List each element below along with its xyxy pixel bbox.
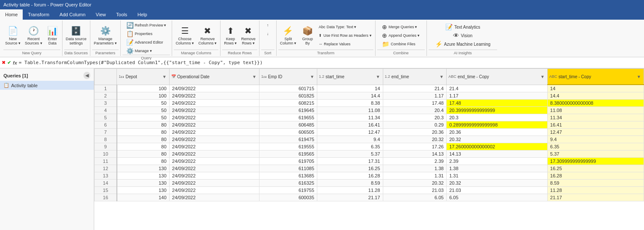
start-time-copy-col-label: start_time - Copy [558, 74, 591, 79]
azure-ml-icon: ⚡ [435, 41, 442, 47]
vision-item[interactable]: 👁 Vision [452, 32, 473, 39]
col-end-time-header[interactable]: 1.2 end_time ▼ [383, 69, 447, 85]
sidebar-collapse-button[interactable]: ◀ [83, 72, 90, 79]
group-by-button[interactable]: 📦 GroupBy [300, 23, 315, 48]
replace-values-button[interactable]: ↔ Replace Values [317, 40, 373, 48]
col-start-time-copy-header[interactable]: ABC start_time - Copy ▼ [547, 69, 644, 85]
choose-columns-button[interactable]: ☰ ChooseColumns ▾ [174, 23, 196, 48]
merge-queries-button[interactable]: ⊕ Merge Queries ▾ [380, 23, 419, 31]
split-column-button[interactable]: ⚡ SplitColumn ▾ [278, 23, 298, 48]
keep-rows-label: KeepRows ▾ [224, 37, 237, 45]
text-analytics-label: Text Analytics [454, 25, 480, 29]
table-row: 108024/09/20226195655.3714.1314.135.37 [95, 150, 644, 158]
col-depot-header[interactable]: 1₂₃ Depot ▼ [117, 69, 170, 85]
tab-home[interactable]: Home [0, 9, 23, 20]
manage-parameters-button[interactable]: ⚙️ ManageParameters ▾ [92, 23, 119, 48]
cell-emp-id: 601825 [259, 92, 317, 100]
cell-emp-id: 601715 [259, 85, 317, 92]
col-start-time-header[interactable]: 1.2 start_time ▼ [317, 69, 383, 85]
col-end-time-copy-header[interactable]: ABC end_time - Copy ▼ [447, 69, 548, 85]
properties-button[interactable]: 📋 Properties [125, 30, 154, 38]
tab-add-column[interactable]: Add Column [54, 9, 91, 20]
tab-transform[interactable]: Transform [23, 9, 54, 20]
manage-button[interactable]: ⚙️ Manage ▾ [125, 47, 154, 55]
cell-end-time: 17.26 [383, 143, 447, 150]
table-row: 1413024/09/20226163258.5920.3220.328.59 [95, 180, 644, 187]
data-area[interactable]: 1₂₃ Depot ▼ 📅 Operational Date [94, 68, 644, 230]
table-row: 210024/09/202260182514.41.171.1714.4 [95, 92, 644, 100]
table-row: 78024/09/202260650512.4720.3620.3612.47 [95, 129, 644, 136]
manage-icon: ⚙️ [126, 47, 134, 54]
data-sources-buttons: 🗄️ Data sourcesettings [64, 21, 89, 50]
data-source-settings-button[interactable]: 🗄️ Data sourcesettings [64, 23, 89, 48]
cell-date: 24/09/2022 [169, 121, 259, 129]
confirm-formula-icon[interactable]: ✔ [7, 60, 11, 65]
first-row-icon: ⬆ [319, 33, 322, 38]
cancel-formula-icon[interactable]: ✖ [2, 60, 6, 65]
remove-rows-button[interactable]: ✖ RemoveRows ▾ [239, 23, 257, 48]
data-type-button[interactable]: Abc Data Type: Text ▾ [317, 23, 373, 31]
cell-start-time-copy: 11.08 [547, 107, 644, 114]
first-row-headers-button[interactable]: ⬆ Use First Row as Headers ▾ [317, 32, 373, 39]
remove-columns-button[interactable]: ✖ RemoveColumns ▾ [197, 23, 218, 48]
recent-sources-icon: 🕐 [28, 26, 39, 36]
formula-input[interactable] [19, 60, 642, 65]
start-time-copy-filter[interactable]: ▼ [636, 74, 642, 80]
sort-asc-button[interactable]: ↑ [265, 21, 271, 29]
group-by-icon: 📦 [302, 26, 313, 36]
advanced-editor-label: Advanced Editor [135, 40, 163, 44]
start-time-filter[interactable]: ▼ [375, 74, 381, 80]
col-date-header[interactable]: 📅 Operational Date ▼ [169, 69, 259, 85]
recent-sources-button[interactable]: 🕐 RecentSources ▾ [23, 23, 44, 48]
cell-emp-id: 619755 [259, 187, 317, 194]
properties-icon: 📋 [126, 30, 134, 37]
append-label: Append Queries ▾ [388, 33, 420, 38]
cell-start-time: 11.08 [317, 107, 383, 114]
vision-label: Vision [461, 33, 472, 38]
cell-start-time-copy: 11.34 [547, 114, 644, 121]
cell-depot: 100 [117, 92, 170, 100]
tab-help[interactable]: Help [132, 9, 152, 20]
date-filter[interactable]: ▼ [251, 74, 257, 80]
cell-emp-id: 619645 [259, 107, 317, 114]
cell-start-time-copy: 14 [547, 85, 644, 92]
tab-tools[interactable]: Tools [111, 9, 132, 20]
formula-bar: ✖ ✔ fx [0, 57, 644, 68]
append-queries-button[interactable]: ⊕ Append Queries ▾ [380, 32, 421, 39]
end-time-copy-col-label: end_time - Copy [458, 74, 489, 79]
manage-parameters-label: ManageParameters ▾ [94, 37, 117, 45]
cell-depot: 80 [117, 150, 170, 158]
tab-view[interactable]: View [91, 9, 111, 20]
cell-depot: 80 [117, 158, 170, 165]
cell-start-time-copy: 12.47 [547, 129, 644, 136]
cell-row-num: 8 [95, 136, 117, 143]
cell-end-time: 21.03 [383, 187, 447, 194]
refresh-icon: 🔄 [126, 22, 134, 29]
enter-data-button[interactable]: 📊 EnterData [45, 23, 60, 48]
azure-ml-item[interactable]: ⚡ Azure Machine Learning [434, 40, 491, 48]
sidebar-item-activity-table[interactable]: 📋 Activity table [0, 81, 94, 90]
table-row: 45024/09/202261964511.0820.420.399999999… [95, 107, 644, 114]
new-query-label: New Query [3, 50, 60, 55]
advanced-editor-button[interactable]: 📝 Advanced Editor [125, 38, 165, 46]
col-empid-header[interactable]: 1₂₃ Emp ID ▼ [259, 69, 317, 85]
keep-rows-button[interactable]: ⬆ KeepRows ▾ [222, 23, 239, 48]
cell-start-time-copy: 21.17 [547, 194, 644, 201]
sort-desc-button[interactable]: ↓ [265, 30, 271, 38]
combine-files-button[interactable]: 📁 Combine Files [380, 40, 417, 48]
end-time-copy-filter[interactable]: ▼ [540, 74, 546, 80]
ribbon-group-query: 🔄 Refresh Preview ▾ 📋 Properties 📝 Advan… [121, 21, 172, 56]
table-row: 98024/09/20226195556.3517.2617.260000000… [95, 143, 644, 150]
cell-start-time-copy: 17.309999999999999 [547, 158, 644, 165]
depot-filter[interactable]: ▼ [161, 74, 167, 80]
merge-label: Merge Queries ▾ [388, 25, 417, 29]
table-row: 68024/09/202260648516.410.290.2899999999… [95, 121, 644, 129]
empid-filter[interactable]: ▼ [309, 74, 315, 80]
cell-start-time: 6.35 [317, 143, 383, 150]
text-analytics-item[interactable]: 📝 Text Analytics [444, 23, 481, 31]
new-source-button[interactable]: 📄 NewSource ▾ [3, 23, 22, 48]
refresh-preview-button[interactable]: 🔄 Refresh Preview ▾ [125, 21, 168, 29]
cell-emp-id: 608215 [259, 100, 317, 107]
end-time-filter[interactable]: ▼ [438, 74, 444, 80]
cell-start-time: 21.17 [317, 194, 383, 201]
